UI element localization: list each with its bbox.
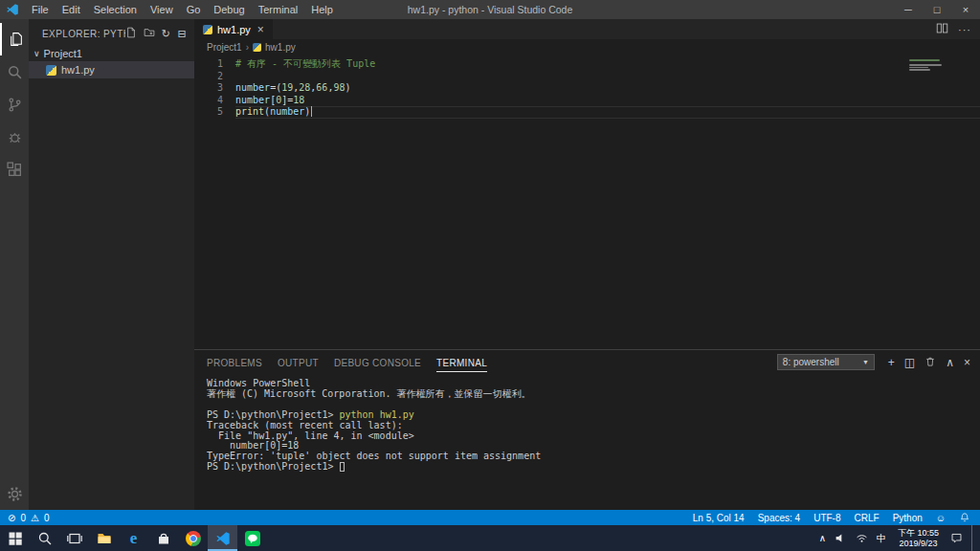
chrome-icon: [186, 531, 201, 546]
code-editor[interactable]: 1# 有序 - 不可變動列表 Tuple23number=(19,28,66,9…: [194, 55, 980, 349]
minimap[interactable]: [909, 59, 967, 71]
refresh-icon[interactable]: ↻: [162, 28, 171, 39]
status-utf-8[interactable]: UTF-8: [813, 513, 840, 523]
chrome-button[interactable]: [178, 525, 208, 551]
tab-hw1py[interactable]: hw1.py ×: [194, 19, 273, 39]
panel-tab-problems[interactable]: PROBLEMS: [207, 352, 262, 372]
new-folder-button[interactable]: [144, 27, 155, 40]
search-icon[interactable]: [0, 55, 29, 88]
split-editor-button[interactable]: [936, 21, 948, 38]
code-line-2[interactable]: 2: [194, 71, 980, 83]
error-icon: ⊘: [8, 513, 15, 523]
new-file-button[interactable]: [125, 27, 137, 40]
warning-count: 0: [44, 513, 50, 523]
close-button[interactable]: ×: [951, 0, 980, 19]
minimap-line: [909, 67, 928, 69]
menu-view[interactable]: View: [144, 0, 180, 19]
status-python[interactable]: Python: [893, 513, 923, 523]
feedback-smiley-icon[interactable]: ☺: [936, 513, 946, 523]
python-file-icon: [46, 65, 56, 76]
error-count: 0: [20, 513, 26, 523]
more-actions-button[interactable]: ···: [958, 24, 971, 35]
collapse-all-icon[interactable]: ⊟: [177, 28, 187, 39]
extensions-icon[interactable]: [0, 153, 29, 186]
code-line-4[interactable]: 4number[0]=18: [194, 95, 980, 107]
menu-go[interactable]: Go: [180, 0, 208, 19]
ime-indicator[interactable]: 中: [877, 532, 886, 545]
network-icon[interactable]: [856, 532, 868, 544]
chevron-down-icon: ∨: [33, 49, 40, 58]
volume-icon[interactable]: [835, 532, 847, 544]
chat-app-button[interactable]: [237, 525, 267, 551]
panel-tab-terminal[interactable]: TERMINAL: [436, 352, 487, 372]
dropdown-arrow-icon: ▼: [862, 359, 869, 365]
code-line-5[interactable]: 5print(number): [194, 106, 980, 119]
menu-file[interactable]: File: [25, 0, 56, 19]
panel-actions: 8: powershell ▼ + ◫ ∧ ×: [777, 354, 970, 371]
explorer-header: EXPLORER: PYTH... ↻ ⊟: [29, 19, 194, 46]
maximize-panel-button[interactable]: ∧: [946, 357, 954, 368]
file-explorer-button[interactable]: [89, 525, 119, 551]
new-terminal-button[interactable]: +: [888, 357, 895, 368]
status-spaces[interactable]: Spaces: 4: [758, 513, 800, 523]
vscode-taskbar-button[interactable]: [208, 525, 237, 551]
tab-label: hw1.py: [217, 24, 251, 35]
code-line-3[interactable]: 3number=(19,28,66,98): [194, 82, 980, 95]
problems-indicator[interactable]: ⊘ 0 ⚠ 0: [8, 513, 49, 523]
sidebar-folder-project1[interactable]: ∨ Project1: [29, 46, 194, 61]
panel-header: PROBLEMSOUTPUTDEBUG CONSOLETERMINAL 8: p…: [194, 350, 980, 374]
edge-button[interactable]: e: [119, 525, 148, 551]
line-content: number[0]=18: [235, 95, 980, 107]
task-view-button[interactable]: [59, 525, 89, 551]
activity-bar: [0, 19, 29, 510]
terminal-line: File "hw1.py", line 4, in <module>: [207, 431, 980, 442]
shell-selector-dropdown[interactable]: 8: powershell ▼: [777, 354, 875, 370]
minimap-line: [909, 59, 940, 61]
line-content: number=(19,28,66,98): [235, 82, 980, 95]
breadcrumb-item[interactable]: hw1.py: [265, 42, 296, 53]
minimap-line: [909, 69, 930, 71]
menu-debug[interactable]: Debug: [207, 0, 251, 19]
show-desktop-button[interactable]: [971, 525, 976, 551]
tray-expand-chevron-icon[interactable]: ∧: [819, 533, 826, 543]
action-center-icon[interactable]: [950, 532, 963, 544]
menu-help[interactable]: Help: [304, 0, 340, 19]
explorer-sidebar: EXPLORER: PYTH... ↻ ⊟ ∨ Project1 hw1.py: [29, 19, 194, 510]
sidebar-file-hw1py[interactable]: hw1.py: [29, 61, 194, 78]
terminal-output[interactable]: Windows PowerShell著作權 (C) Microsoft Corp…: [194, 374, 980, 510]
explorer-toolbar: ↻ ⊟: [125, 27, 187, 40]
line-content: print(number): [235, 106, 980, 119]
maximize-button[interactable]: □: [923, 0, 951, 19]
explorer-icon[interactable]: [0, 23, 29, 55]
taskbar-clock[interactable]: 下午 10:55 2019/9/23: [895, 528, 942, 548]
split-terminal-button[interactable]: ◫: [904, 357, 915, 368]
clock-date: 2019/9/23: [898, 539, 939, 549]
store-button[interactable]: [148, 525, 178, 551]
panel-tab-output[interactable]: OUTPUT: [278, 352, 319, 372]
settings-gear-icon[interactable]: [0, 477, 29, 510]
start-button[interactable]: [0, 525, 30, 551]
notifications-bell-icon[interactable]: [959, 512, 970, 523]
breadcrumb-item[interactable]: Project1: [207, 42, 242, 53]
close-panel-button[interactable]: ×: [964, 357, 970, 368]
status-ln[interactable]: Ln 5, Col 14: [693, 513, 745, 523]
kill-terminal-button[interactable]: [924, 354, 936, 371]
minimize-button[interactable]: ─: [894, 0, 923, 19]
debug-icon[interactable]: [0, 121, 29, 153]
taskbar-search-icon[interactable]: [30, 525, 59, 551]
clock-time: 下午 10:55: [898, 528, 939, 539]
code-line-1[interactable]: 1# 有序 - 不可變動列表 Tuple: [194, 58, 980, 71]
window-controls: ─ □ ×: [894, 0, 980, 19]
line-number: 5: [194, 106, 223, 119]
vscode-logo-icon: [0, 3, 25, 16]
panel-tab-debug-console[interactable]: DEBUG CONSOLE: [334, 352, 421, 372]
source-control-icon[interactable]: [0, 88, 29, 121]
status-crlf[interactable]: CRLF: [855, 513, 880, 523]
menu-selection[interactable]: Selection: [87, 0, 144, 19]
tab-close-icon[interactable]: ×: [257, 23, 264, 36]
warning-icon: ⚠: [31, 513, 39, 523]
folder-label: Project1: [44, 48, 82, 59]
taskbar: e ∧ 中 下午 10:55 2019/9/23: [0, 525, 980, 551]
menu-edit[interactable]: Edit: [56, 0, 87, 19]
menu-terminal[interactable]: Terminal: [252, 0, 305, 19]
